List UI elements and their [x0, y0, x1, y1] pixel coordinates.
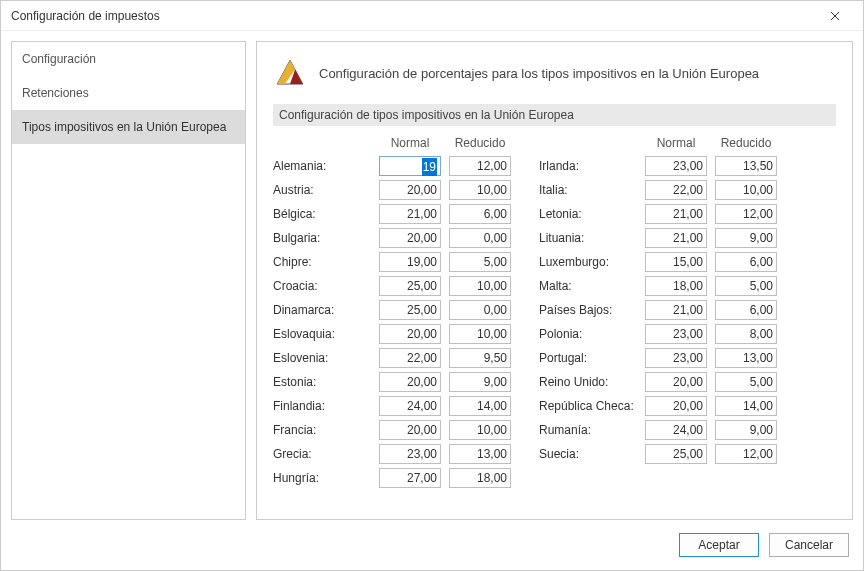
country-label: Bélgica: — [273, 207, 371, 221]
close-button[interactable] — [815, 2, 855, 30]
reducido-input[interactable] — [449, 228, 511, 248]
titlebar: Configuración de impuestos — [1, 1, 863, 31]
country-label: Países Bajos: — [539, 303, 637, 317]
col-header-normal: Normal — [379, 136, 441, 152]
normal-input[interactable] — [645, 156, 707, 176]
dialog-footer: Aceptar Cancelar — [1, 530, 863, 570]
col-header-normal: Normal — [645, 136, 707, 152]
reducido-input[interactable] — [449, 180, 511, 200]
agency-logo-icon — [273, 56, 307, 90]
reducido-input[interactable] — [715, 324, 777, 344]
reducido-input[interactable] — [449, 348, 511, 368]
normal-input[interactable] — [379, 348, 441, 368]
left-column: Normal Reducido Alemania:19Austria:Bélgi… — [273, 136, 511, 488]
normal-input[interactable] — [645, 372, 707, 392]
close-icon — [830, 11, 840, 21]
normal-input[interactable] — [645, 348, 707, 368]
country-label: Rumanía: — [539, 423, 637, 437]
country-label: Hungría: — [273, 471, 371, 485]
country-label: Austria: — [273, 183, 371, 197]
window-title: Configuración de impuestos — [11, 9, 815, 23]
country-label: Irlanda: — [539, 159, 637, 173]
country-label: Polonia: — [539, 327, 637, 341]
country-label: Malta: — [539, 279, 637, 293]
cancel-button[interactable]: Cancelar — [769, 533, 849, 557]
country-label: Francia: — [273, 423, 371, 437]
normal-input[interactable] — [645, 420, 707, 440]
normal-input[interactable] — [379, 396, 441, 416]
country-label: Letonia: — [539, 207, 637, 221]
country-label: Dinamarca: — [273, 303, 371, 317]
main-panel: Configuración de porcentajes para los ti… — [256, 41, 853, 520]
normal-input[interactable] — [379, 300, 441, 320]
country-label: Croacia: — [273, 279, 371, 293]
normal-input[interactable] — [379, 372, 441, 392]
country-label: Alemania: — [273, 159, 371, 173]
reducido-input[interactable] — [449, 252, 511, 272]
panel-title: Configuración de porcentajes para los ti… — [319, 66, 759, 81]
country-label: Luxemburgo: — [539, 255, 637, 269]
normal-input[interactable] — [645, 396, 707, 416]
reducido-input[interactable] — [715, 348, 777, 368]
reducido-input[interactable] — [715, 276, 777, 296]
country-label: Suecia: — [539, 447, 637, 461]
normal-input[interactable] — [645, 204, 707, 224]
country-label: Eslovenia: — [273, 351, 371, 365]
normal-input[interactable] — [379, 276, 441, 296]
reducido-input[interactable] — [715, 204, 777, 224]
reducido-input[interactable] — [715, 252, 777, 272]
col-header-reducido: Reducido — [449, 136, 511, 152]
sidebar-item-tipos-ue[interactable]: Tipos impositivos en la Unión Europea — [12, 110, 245, 144]
reducido-input[interactable] — [715, 444, 777, 464]
normal-input[interactable] — [379, 420, 441, 440]
reducido-input[interactable] — [449, 300, 511, 320]
sidebar-item-configuracion[interactable]: Configuración — [12, 42, 245, 76]
reducido-input[interactable] — [715, 372, 777, 392]
sidebar-item-retenciones[interactable]: Retenciones — [12, 76, 245, 110]
country-label: Grecia: — [273, 447, 371, 461]
reducido-input[interactable] — [449, 444, 511, 464]
normal-input[interactable] — [645, 300, 707, 320]
normal-input[interactable] — [645, 228, 707, 248]
normal-input[interactable] — [379, 252, 441, 272]
country-label: Italia: — [539, 183, 637, 197]
normal-input[interactable] — [645, 324, 707, 344]
reducido-input[interactable] — [449, 468, 511, 488]
panel-header: Configuración de porcentajes para los ti… — [273, 56, 836, 90]
section-header: Configuración de tipos impositivos en la… — [273, 104, 836, 126]
reducido-input[interactable] — [449, 204, 511, 224]
normal-input[interactable] — [379, 468, 441, 488]
dialog-body: Configuración Retenciones Tipos impositi… — [1, 31, 863, 530]
reducido-input[interactable] — [449, 396, 511, 416]
normal-input[interactable] — [645, 276, 707, 296]
country-label: Reino Unido: — [539, 375, 637, 389]
country-label: República Checa: — [539, 399, 637, 413]
accept-button[interactable]: Aceptar — [679, 533, 759, 557]
reducido-input[interactable] — [449, 156, 511, 176]
right-column: Normal Reducido Irlanda:Italia:Letonia:L… — [539, 136, 777, 464]
reducido-input[interactable] — [449, 420, 511, 440]
country-label: Lituania: — [539, 231, 637, 245]
reducido-input[interactable] — [715, 156, 777, 176]
reducido-input[interactable] — [715, 228, 777, 248]
sidebar: Configuración Retenciones Tipos impositi… — [11, 41, 246, 520]
normal-input[interactable] — [379, 444, 441, 464]
reducido-input[interactable] — [449, 372, 511, 392]
reducido-input[interactable] — [449, 276, 511, 296]
col-header-reducido: Reducido — [715, 136, 777, 152]
tax-rate-columns: Normal Reducido Alemania:19Austria:Bélgi… — [273, 136, 836, 488]
reducido-input[interactable] — [449, 324, 511, 344]
reducido-input[interactable] — [715, 180, 777, 200]
normal-input[interactable] — [645, 252, 707, 272]
normal-input[interactable] — [379, 204, 441, 224]
normal-input[interactable]: 19 — [379, 156, 441, 176]
normal-input[interactable] — [645, 444, 707, 464]
reducido-input[interactable] — [715, 396, 777, 416]
normal-input[interactable] — [379, 228, 441, 248]
reducido-input[interactable] — [715, 300, 777, 320]
normal-input[interactable] — [379, 180, 441, 200]
dialog-window: Configuración de impuestos Configuración… — [0, 0, 864, 571]
normal-input[interactable] — [645, 180, 707, 200]
reducido-input[interactable] — [715, 420, 777, 440]
normal-input[interactable] — [379, 324, 441, 344]
